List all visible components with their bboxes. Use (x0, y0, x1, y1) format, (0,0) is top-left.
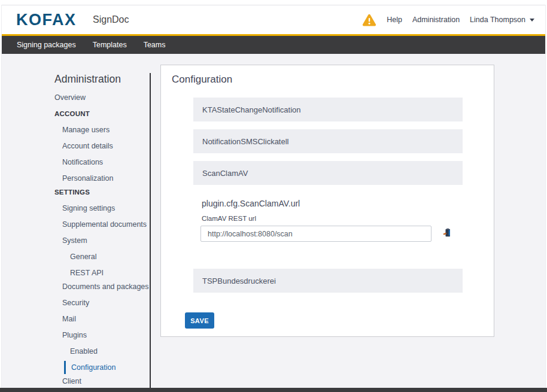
sidebar-item-notifications[interactable]: Notifications (62, 157, 103, 168)
save-button[interactable]: SAVE (185, 312, 214, 329)
sidebar-title: Administration (54, 73, 121, 86)
chevron-down-icon (530, 19, 534, 22)
sidebar-section-account: ACCOUNT (54, 108, 90, 119)
sidebar-item-manage-users[interactable]: Manage users (62, 124, 110, 135)
kofax-logo: KOFAX (16, 5, 77, 34)
administration-link[interactable]: Administration (412, 16, 460, 24)
sidebar-item-rest-api[interactable]: REST API (70, 268, 104, 278)
primary-nav: Signing packages Templates Teams (2, 36, 545, 54)
content-area: Administration Overview ACCOUNT Manage u… (2, 54, 545, 388)
nav-signing-packages[interactable]: Signing packages (17, 36, 76, 54)
product-name: SignDoc (93, 5, 129, 34)
accordion-label: KTAStateChangeNotification (202, 105, 301, 114)
sidebar-item-personalization[interactable]: Personalization (62, 173, 113, 184)
sidebar-item-signing-settings[interactable]: Signing settings (62, 203, 115, 214)
app-header: KOFAX SignDoc Help Administration Linda … (2, 5, 545, 34)
sidebar-item-client[interactable]: Client (62, 376, 81, 387)
user-name: Linda Thompson (470, 16, 525, 24)
sidebar-item-documents-and-packages[interactable]: Documents and packages (62, 281, 149, 292)
sidebar-item-security[interactable]: Security (62, 297, 89, 308)
nav-templates[interactable]: Templates (93, 36, 127, 54)
sidebar-item-general[interactable]: General (70, 251, 96, 262)
sidebar-item-plugins[interactable]: Plugins (62, 330, 87, 341)
accordion-label: NotificationSMSClickatell (202, 137, 289, 146)
app-window: KOFAX SignDoc Help Administration Linda … (0, 0, 547, 392)
accordion-label: TSPBundesdruckerei (202, 276, 276, 285)
bottom-bar (0, 388, 547, 392)
header-actions: Help Administration Linda Thompson (362, 5, 545, 34)
sidebar-item-mail[interactable]: Mail (62, 314, 76, 324)
sidebar-item-overview[interactable]: Overview (54, 92, 86, 103)
sidebar-divider (150, 73, 151, 388)
nav-teams[interactable]: Teams (144, 36, 166, 54)
accordion-label: ScanClamAV (202, 169, 248, 178)
page-title: Configuration (172, 74, 232, 86)
sidebar-item-supplemental-documents[interactable]: Supplemental documents (62, 219, 147, 230)
plugin-setting-heading: plugin.cfg.ScanClamAV.url (202, 199, 300, 208)
sidebar-item-enabled[interactable]: Enabled (70, 346, 98, 357)
sidebar-item-system[interactable]: System (62, 235, 87, 246)
accordion-tspbundesdruckerei[interactable]: TSPBundesdruckerei (193, 269, 463, 293)
user-menu[interactable]: Linda Thompson (470, 16, 534, 24)
configuration-panel: Configuration KTAStateChangeNotification… (160, 65, 494, 337)
sidebar-section-settings: SETTINGS (54, 187, 90, 197)
accordion-ktastatechangenotification[interactable]: KTAStateChangeNotification (193, 98, 463, 121)
sidebar-item-account-details[interactable]: Account details (62, 141, 113, 151)
help-link[interactable]: Help (387, 16, 402, 24)
warning-triangle-icon[interactable] (362, 14, 376, 26)
clamav-rest-url-input[interactable] (200, 226, 431, 242)
accordion-notificationsmsclickatell[interactable]: NotificationSMSClickatell (193, 129, 463, 153)
clamav-rest-url-label: ClamAV REST url (202, 215, 256, 222)
reset-default-icon[interactable] (442, 228, 452, 238)
sidebar-item-configuration-active[interactable]: Configuration (64, 361, 116, 374)
window-frame-line (545, 5, 546, 388)
accordion-scanclamav[interactable]: ScanClamAV (193, 161, 463, 185)
